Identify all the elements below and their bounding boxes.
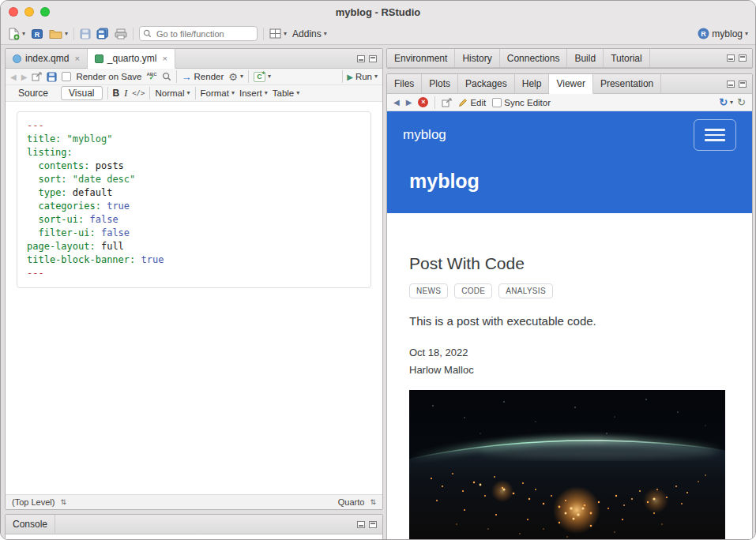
visual-editor[interactable]: ---title: "myblog"listing: contents: pos… [6,102,382,494]
find-replace-icon[interactable] [162,72,171,81]
project-menu-button[interactable]: R myblog ▾ [698,28,748,39]
save-button[interactable] [80,28,91,39]
open-new-window-icon[interactable] [442,98,452,107]
run-group: ▶ Run ▾ [342,70,378,83]
bold-button[interactable]: B [113,88,120,99]
source-tab-_quarto.yml[interactable]: _quarto.yml× [88,49,175,69]
tab-files[interactable]: Files [387,74,422,93]
format-menu[interactable]: Format ▾ [201,88,235,98]
goto-file-input[interactable] [139,26,258,41]
open-file-button[interactable]: ▾ [49,28,68,39]
code-token: title-block-banner: [27,254,135,265]
new-file-icon [8,28,20,40]
insert-chunk-button[interactable]: C + ▾ [254,72,271,82]
stop-icon[interactable]: × [418,97,428,107]
tab-tutorial[interactable]: Tutorial [604,49,650,67]
code-token [67,174,73,185]
sync-editor-control[interactable]: Sync Editor [492,98,551,107]
tab-console[interactable]: Console [6,515,55,534]
category-pill[interactable]: NEWS [409,283,448,298]
zoom-window-button[interactable] [40,7,50,17]
tab-plots[interactable]: Plots [422,74,458,93]
tab-connections[interactable]: Connections [500,49,568,67]
back-icon[interactable]: ◀ [393,98,400,107]
insert-menu[interactable]: Insert ▾ [239,88,268,98]
maximize-pane-icon[interactable] [739,81,747,88]
minimize-pane-icon[interactable] [727,54,735,62]
code-token [96,241,101,252]
spellcheck-icon[interactable]: ABC ✓ [147,73,157,81]
minimize-pane-icon[interactable] [357,55,365,62]
save-icon[interactable] [47,72,57,82]
category-pill[interactable]: ANALYSIS [498,283,553,298]
tab-history[interactable]: History [455,49,499,67]
rstudio-window: myblog - RStudio ▾ R ▾ [0,0,756,540]
run-button[interactable]: ▶ Run ▾ [347,72,378,81]
open-folder-icon [49,28,62,39]
post-intro: This is a post with executable code. [409,314,730,328]
italic-button[interactable]: I [124,88,127,99]
minimize-pane-icon[interactable] [357,521,365,528]
sync-editor-checkbox[interactable] [492,98,502,107]
updown-icon: ⇅ [370,498,376,506]
forward-icon[interactable]: ▶ [406,98,412,107]
minimize-pane-icon[interactable] [727,81,735,88]
tab-environment[interactable]: Environment [387,49,455,67]
save-all-button[interactable] [96,28,109,39]
console-pane-window-buttons [357,515,382,534]
category-pill[interactable]: CODE [454,283,492,298]
environment-tabbar: EnvironmentHistoryConnectionsBuildTutori… [387,49,752,68]
code-line: title: "myblog" [27,133,361,146]
render-arrow-icon: → [182,71,192,83]
render-options-button[interactable]: ⚙ ▾ [228,72,243,82]
tab-close-icon[interactable]: × [74,54,79,63]
tab-close-icon[interactable]: × [163,54,167,63]
sync-button[interactable]: ↻ ▾ [719,97,733,107]
tab-packages[interactable]: Packages [458,74,515,93]
visual-mode-button[interactable]: Visual [61,86,102,100]
maximize-pane-icon[interactable] [369,55,377,62]
language-mode-selector[interactable]: Quarto ⇅ [338,497,376,507]
edit-button[interactable]: Edit [458,98,486,107]
caret-down-icon: ▾ [268,73,271,80]
print-button[interactable] [115,28,127,39]
hamburger-menu-icon[interactable] [694,119,736,151]
code-token: false [89,214,118,225]
insert-chunk-icon: C + [254,72,265,82]
tab-build[interactable]: Build [567,49,604,67]
minimize-window-button[interactable] [24,7,34,17]
source-mode-button[interactable]: Source [10,86,56,100]
close-window-button[interactable] [9,7,18,17]
pencil-icon [458,98,468,107]
new-file-button[interactable]: ▾ [8,28,25,40]
maximize-pane-icon[interactable] [369,521,377,528]
tab-presentation[interactable]: Presentation [593,74,661,93]
viewer-pane: FilesPlotsPackagesHelpViewerPresentation… [386,73,753,540]
table-menu[interactable]: Table ▾ [273,88,300,98]
back-icon[interactable]: ◀ [10,73,17,81]
source-tab-index.qmd[interactable]: index.qmd× [6,49,88,68]
refresh-icon[interactable]: ↻ [737,97,746,107]
forward-icon[interactable]: ▶ [21,73,28,81]
paragraph-style-dropdown[interactable]: Normal ▾ [155,88,190,98]
yaml-code-block[interactable]: ---title: "myblog"listing: contents: pos… [17,111,371,288]
new-project-button[interactable]: R [31,28,43,40]
tab-help[interactable]: Help [515,74,550,93]
code-button[interactable]: </> [132,89,145,97]
maximize-pane-icon[interactable] [739,54,747,62]
blog-post: Post With Code NEWSCODEANALYSIS This is … [387,254,752,540]
pane-layout-button[interactable]: ▾ [269,28,287,39]
source-tabbar: index.qmd×_quarto.yml× [6,49,382,69]
addins-button[interactable]: Addins ▾ [292,28,327,39]
tab-viewer[interactable]: Viewer [549,74,592,94]
render-on-save-checkbox[interactable] [62,72,71,81]
blog-brand-link[interactable]: myblog [403,127,446,143]
addins-label: Addins [292,28,322,39]
open-new-window-icon[interactable] [32,72,42,81]
code-token: "date desc" [73,174,135,185]
code-token: --- [27,120,44,131]
render-button[interactable]: → Render [182,71,224,83]
scope-selector[interactable]: (Top Level) ⇅ [12,497,66,507]
paragraph-style-label: Normal [155,88,184,98]
code-line: type: default [27,186,361,200]
